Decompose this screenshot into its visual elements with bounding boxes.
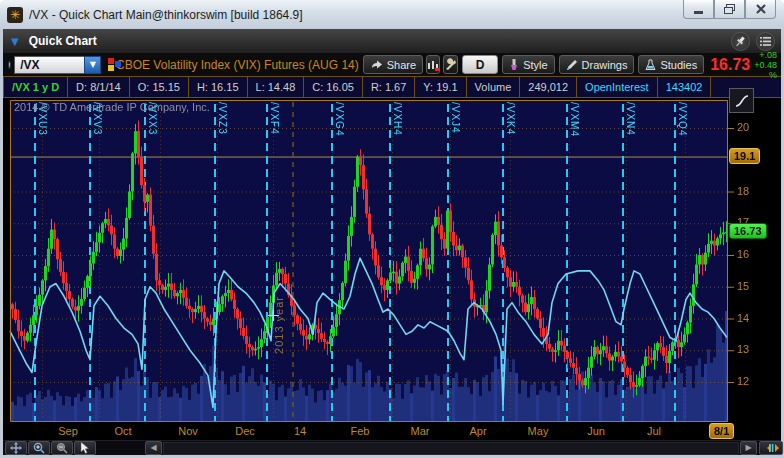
month-label: Oct xyxy=(114,425,131,437)
flask-icon xyxy=(645,59,656,71)
fit-width-button[interactable] xyxy=(759,441,783,455)
last-price: 16.73 xyxy=(710,57,750,73)
month-label: Mar xyxy=(411,425,430,437)
fit-width-icon xyxy=(763,443,779,453)
scroll-left-button[interactable]: ◀ xyxy=(145,441,162,455)
window-title: /VX - Quick Chart Main@thinkorswim [buil… xyxy=(29,8,303,22)
contract-label: /VXQ4 xyxy=(677,102,688,136)
month-label: May xyxy=(528,425,549,437)
y-axis-tick: 13 xyxy=(737,343,749,355)
contract-label: /VXM4 xyxy=(569,102,580,137)
symbol-timeframe-cell: /VX 1 y D xyxy=(3,77,68,97)
volume-label-cell: Volume xyxy=(467,77,521,97)
y-axis-tick: 16 xyxy=(737,248,749,260)
link-dot-icon[interactable] xyxy=(8,61,11,69)
month-label: Dec xyxy=(235,425,255,437)
gadget-title: Quick Chart xyxy=(29,34,725,48)
ohlc-cell: O: 15.15 xyxy=(130,77,189,97)
chart-area[interactable]: 2014 © TD Ameritrade IP Company, Inc. /V… xyxy=(3,98,781,423)
y-axis-tick: 14 xyxy=(737,312,749,324)
pencil-icon xyxy=(566,59,578,71)
chart-bottom-bar: ◀ ▶ xyxy=(3,440,781,455)
minimize-button[interactable] xyxy=(683,0,714,19)
y-axis-tick: 15 xyxy=(737,280,749,292)
contract-label: /VXJ4 xyxy=(450,102,461,134)
scroll-right-button[interactable]: ▶ xyxy=(740,441,757,455)
y-axis-tick: 18 xyxy=(737,185,749,197)
year-high-badge: 19.1 xyxy=(729,148,760,164)
price-change: +.08 xyxy=(754,50,777,60)
style-icon xyxy=(509,59,519,71)
wrench-icon[interactable] xyxy=(443,55,458,74)
share-icon xyxy=(370,59,383,70)
symbol-dropdown-icon[interactable]: ▼ xyxy=(84,56,101,74)
close-icon[interactable] xyxy=(745,0,776,19)
collapse-triangle-icon[interactable]: ▼ xyxy=(11,36,19,47)
ohlc-cell: Y: 19.1 xyxy=(415,77,466,97)
app-logo-icon: ✳ xyxy=(7,7,23,23)
open-interest-label-cell: OpenInterest xyxy=(577,77,658,97)
title-bar[interactable]: ✳ /VX - Quick Chart Main@thinkorswim [bu… xyxy=(0,0,784,29)
open-interest-value-cell: 143402 xyxy=(658,77,712,97)
drawings-button[interactable]: Drawings xyxy=(559,55,635,74)
contract-label: /VXX3 xyxy=(147,102,158,135)
instrument-description: CBOE Volatility Index (VIX) Futures (AUG… xyxy=(116,58,359,72)
year-divider-label: 2013 year xyxy=(273,296,285,354)
ohlc-cell: L: 14.48 xyxy=(248,77,305,97)
last-date-badge: 8/1 xyxy=(709,423,734,439)
contract-label: /VXZ3 xyxy=(217,102,228,135)
zoom-out-icon xyxy=(56,442,68,454)
ohlc-strip: /VX 1 y D D: 8/1/14O: 15.15H: 16.15L: 14… xyxy=(3,76,781,98)
y-axis-tick: 20 xyxy=(737,121,749,133)
time-axis: SepOctNovDec14FebMarAprMayJunJul 8/1 xyxy=(3,423,781,440)
contract-label: /VXN4 xyxy=(625,102,636,136)
zoom-out-button[interactable] xyxy=(51,441,73,455)
last-price-badge: 16.73 xyxy=(729,223,767,239)
studies-button[interactable]: Studies xyxy=(638,55,704,74)
ohlc-cell: R: 1.67 xyxy=(363,77,415,97)
price-chart-canvas[interactable] xyxy=(3,98,781,423)
cursor-arrow-icon xyxy=(80,442,90,454)
cursor-button[interactable] xyxy=(74,441,96,455)
ohlc-cell: H: 16.15 xyxy=(189,77,248,97)
chart-mode-icon[interactable] xyxy=(729,88,754,113)
month-label: Jun xyxy=(587,425,605,437)
y-axis-tick: 12 xyxy=(737,375,749,387)
month-label: Feb xyxy=(351,425,370,437)
contract-label: /VXK4 xyxy=(505,102,516,135)
contract-label: /VXV3 xyxy=(92,102,103,135)
menu-list-icon[interactable] xyxy=(756,32,775,51)
symbol-input[interactable] xyxy=(14,56,84,74)
pan-icon xyxy=(10,442,22,454)
volume-value-cell: 249,012 xyxy=(520,77,577,97)
ohlc-cell: C: 16.05 xyxy=(304,77,363,97)
zoom-in-icon xyxy=(33,442,45,454)
month-label: Apr xyxy=(469,425,486,437)
pattern-icon[interactable] xyxy=(426,55,440,74)
thinkorswim-window: ✳ /VX - Quick Chart Main@thinkorswim [bu… xyxy=(0,0,784,458)
gadget-header: ▼ Quick Chart xyxy=(3,29,781,53)
month-label: Sep xyxy=(58,425,78,437)
share-button[interactable]: Share xyxy=(363,55,423,74)
restore-button[interactable] xyxy=(714,0,745,19)
month-label: 14 xyxy=(294,425,306,437)
zoom-in-button[interactable] xyxy=(28,441,50,455)
contract-label: /VXF4 xyxy=(269,102,280,135)
color-link-icon[interactable] xyxy=(108,58,111,71)
contract-label: /VXH4 xyxy=(392,102,403,136)
timeframe-button[interactable]: D xyxy=(462,55,498,74)
contract-label: /VXG4 xyxy=(334,102,345,136)
mouse-crosshair xyxy=(268,310,279,321)
contract-label: /VXU3 xyxy=(37,102,48,136)
chart-toolbar: ▼ CBOE Volatility Index (VIX) Futures (A… xyxy=(3,53,781,76)
ohlc-cell: D: 8/1/14 xyxy=(68,77,130,97)
month-label: Jul xyxy=(647,425,661,437)
pin-icon[interactable] xyxy=(731,32,750,51)
month-label: Nov xyxy=(178,425,198,437)
style-button[interactable]: Style xyxy=(502,55,554,74)
pan-button[interactable] xyxy=(5,441,27,455)
chart-scrollbar[interactable] xyxy=(163,442,739,455)
